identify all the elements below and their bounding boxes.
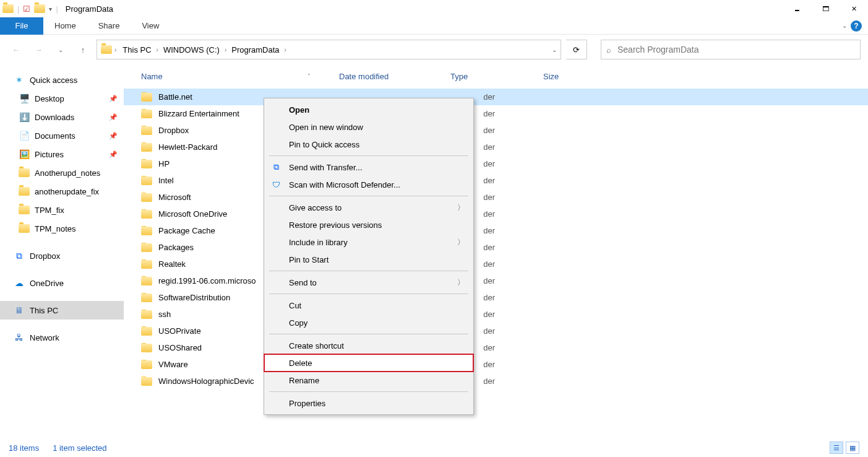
breadcrumb-item[interactable]: This PC [119,45,155,54]
file-row[interactable]: Package Cacheder [124,222,868,239]
ribbon-tab-home[interactable]: Home [43,17,87,35]
qat-dropdown-icon[interactable]: ▾ [49,6,52,12]
file-row[interactable]: Intelder [124,172,868,189]
ribbon-tab-share[interactable]: Share [87,17,131,35]
folder-icon [141,227,152,235]
folder-icon: ⬇️ [19,111,30,123]
qat-folder-icon[interactable] [34,4,45,13]
context-menu-item-pin-to-quick-access[interactable]: Pin to Quick access [264,136,473,153]
column-header-date[interactable]: Date modified [334,68,445,85]
file-row[interactable]: WindowsHolographicDevicder [124,373,868,390]
sidebar-item-documents[interactable]: 📄Documents📌 [0,126,124,145]
file-row[interactable]: Microsoftder [124,189,868,206]
app-icon [2,4,14,13]
file-row[interactable]: Microsoft OneDriveder [124,206,868,222]
window-title: ProgramData [61,4,113,14]
file-row[interactable]: Packagesder [124,239,868,256]
column-header-name[interactable]: Name ˄ [136,68,334,85]
context-menu-item-send-to[interactable]: Send to〉 [264,274,473,291]
file-row[interactable]: SoftwareDistributionder [124,289,868,306]
icons-view-button[interactable]: ▦ [846,442,859,454]
context-menu-label: Delete [289,359,312,368]
file-row[interactable]: USOSharedder [124,339,868,356]
sidebar-item-tpm_notes[interactable]: TPM_notes [0,219,124,238]
file-row[interactable]: Dropboxder [124,122,868,139]
breadcrumb-item[interactable]: ProgramData [228,45,283,54]
breadcrumb-item[interactable]: WINDOWS (C:) [160,45,223,54]
submenu-arrow-icon: 〉 [457,237,465,248]
column-header-type[interactable]: Type [445,68,538,85]
sidebar-item-anotherupd_notes[interactable]: Anotherupd_notes [0,163,124,182]
file-row[interactable]: Realtekder [124,256,868,272]
context-menu: OpenOpen in new windowPin to Quick acces… [264,98,474,415]
sidebar-item-dropbox[interactable]: ⧉ Dropbox [0,246,124,265]
folder-icon [141,93,152,102]
forward-button[interactable]: → [30,41,47,58]
up-button[interactable]: ↑ [74,41,92,58]
breadcrumb-separator-icon[interactable]: › [113,46,118,53]
search-input[interactable] [616,44,855,55]
breadcrumb-separator-icon[interactable]: › [155,46,160,53]
file-name: SoftwareDistribution [158,293,230,302]
context-menu-item-cut[interactable]: Cut [264,297,473,314]
file-row[interactable]: HPder [124,155,868,172]
context-menu-item-give-access-to[interactable]: Give access to〉 [264,199,473,216]
sidebar-item-downloads[interactable]: ⬇️Downloads📌 [0,108,124,126]
file-name: Dropbox [158,126,189,135]
refresh-button[interactable]: ⟳ [566,40,587,59]
file-row[interactable]: Blizzard Entertainmentder [124,105,868,122]
ribbon-collapse-chevron-icon[interactable]: ⌄ [842,22,847,29]
quick-access-group[interactable]: ✶ Quick access [0,71,124,89]
address-bar[interactable]: › This PC›WINDOWS (C:)›ProgramData› ⌄ [97,40,561,59]
sidebar-item-this-pc[interactable]: 🖥 This PC [0,301,124,320]
address-dropdown-icon[interactable]: ⌄ [552,46,557,53]
context-menu-label: Pin to Quick access [289,140,359,149]
breadcrumb-separator-icon[interactable]: › [283,46,288,53]
submenu-arrow-icon: 〉 [457,202,465,213]
breadcrumb-separator-icon[interactable]: › [223,46,228,53]
sidebar-item-anotherupdate_fix[interactable]: anotherupdate_fix [0,182,124,201]
context-menu-item-rename[interactable]: Rename [264,372,473,389]
file-row[interactable]: USOPrivateder [124,323,868,339]
sidebar-item-network[interactable]: 🖧 Network [0,328,124,347]
sidebar-item-onedrive[interactable]: ☁ OneDrive [0,274,124,292]
minimize-button[interactable]: 🗕 [783,0,811,17]
close-button[interactable]: ✕ [840,0,868,17]
recent-locations-button[interactable]: ⌄ [52,41,69,58]
context-menu-item-create-shortcut[interactable]: Create shortcut [264,337,473,354]
context-menu-item-scan-with-microsoft-defender-[interactable]: 🛡Scan with Microsoft Defender... [264,176,473,193]
sidebar-item-tpm_fix[interactable]: TPM_fix [0,201,124,219]
submenu-arrow-icon: 〉 [457,277,465,288]
maximize-button[interactable]: 🗖 [811,0,840,17]
context-menu-item-open-in-new-window[interactable]: Open in new window [264,118,473,136]
sidebar-item-pictures[interactable]: 🖼️Pictures📌 [0,145,124,163]
file-row[interactable]: regid.1991-06.com.microsoder [124,272,868,289]
ribbon-tab-view[interactable]: View [131,17,170,35]
back-button[interactable]: ← [7,41,25,58]
context-menu-item-delete[interactable]: Delete [264,354,473,372]
file-tab[interactable]: File [0,17,43,35]
folder-icon [141,260,152,269]
context-menu-item-restore-previous-versions[interactable]: Restore previous versions [264,216,473,233]
help-icon[interactable]: ? [851,20,862,32]
file-name: Hewlett-Packard [158,142,217,152]
context-menu-item-include-in-library[interactable]: Include in library〉 [264,233,473,251]
folder-icon [19,224,30,233]
column-header-size[interactable]: Size [538,68,594,85]
context-menu-item-open[interactable]: Open [264,101,473,118]
context-menu-item-properties[interactable]: Properties [264,394,473,412]
file-row[interactable]: VMwareder [124,356,868,373]
search-box[interactable]: ⌕ [601,40,861,59]
file-row[interactable]: Hewlett-Packardder [124,139,868,155]
file-row[interactable]: sshder [124,306,868,323]
context-menu-item-send-with-transfer-[interactable]: ⧉Send with Transfer... [264,159,473,176]
file-name: HP [158,159,170,168]
details-view-button[interactable]: ☰ [830,442,843,454]
qat-separator: | [17,4,19,14]
sidebar-item-desktop[interactable]: 🖥️Desktop📌 [0,89,124,108]
context-menu-item-copy[interactable]: Copy [264,314,473,331]
qat-checkbox-icon[interactable]: ☑ [23,4,30,14]
file-name: Blizzard Entertainment [158,109,239,118]
file-row[interactable]: Battle.netder [124,89,868,105]
context-menu-item-pin-to-start[interactable]: Pin to Start [264,251,473,268]
